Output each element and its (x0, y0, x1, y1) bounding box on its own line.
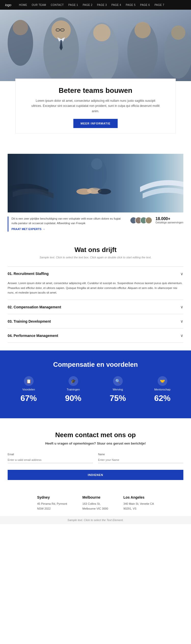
comp-icon-wrap-1: 📋 (24, 376, 34, 386)
submit-button[interactable]: INDIENEN (8, 470, 183, 480)
hero-image (0, 10, 191, 81)
chevron-down-icon-3: ∨ (180, 319, 183, 324)
comp-percent-4: 62% (141, 394, 183, 403)
voordelen-icon: 📋 (26, 379, 31, 384)
accordion-content-1: Answer. Lorem ipsum dolor sit amet, cons… (8, 281, 183, 300)
hero-illustration (0, 10, 191, 81)
nav-page4[interactable]: PAGE 4 (111, 4, 121, 6)
footer-text: Sample text. Click to select the Text El… (67, 519, 124, 522)
comp-label-1: Voordelen (8, 388, 50, 391)
accordion-title-1: 01. Recruitment Staffing (8, 272, 49, 276)
hero-text-section: Betere teams bouwen Lorem ipsum dolor si… (15, 79, 176, 133)
accordion-item-1: 01. Recruitment Staffing ∨ Answer. Lorem… (8, 267, 183, 300)
chevron-down-icon-4: ∨ (180, 333, 183, 338)
stats-count-block: 18.000+ Gelukkige aanwervingen (155, 217, 183, 224)
comp-item-voordelen: 📋 Voordelen 67% (8, 376, 50, 403)
comp-title: Compensatie en voordelen (8, 361, 183, 369)
hero-description: Lorem ipsum dolor sit amet, consectetur … (31, 98, 160, 114)
office-losangeles: Los Angeles 340 Main St, Venetie CA 9029… (124, 495, 154, 511)
office-city-sydney: Sydney (37, 495, 67, 499)
svg-point-21 (91, 158, 102, 170)
nav-page1[interactable]: PAGE 1 (68, 4, 78, 6)
stats-text-block: Dit is een zeer pijnlijke beschuldiging … (8, 217, 125, 232)
comp-icon-wrap-4: 🤝 (158, 376, 167, 386)
navigation: logo HOME OUR TEAM CONTACT PAGE 1 PAGE 2… (0, 0, 191, 10)
office-city-melbourne: Melbourne (83, 495, 108, 499)
mentorschap-icon: 🤝 (160, 379, 165, 384)
team-illustration (8, 154, 183, 212)
comp-percent-2: 90% (52, 394, 94, 403)
nav-page2[interactable]: PAGE 2 (83, 4, 92, 6)
comp-item-werving: 🔍 Werving 75% (97, 376, 139, 403)
comp-label-2: Trainingen (52, 388, 94, 391)
accordion-header-3[interactable]: 03. Training Development ∨ (8, 314, 183, 328)
accordion: 01. Recruitment Staffing ∨ Answer. Lorem… (0, 267, 191, 343)
praat-link[interactable]: PRAAT MET EXPERTS → (11, 227, 45, 232)
comp-percent-1: 67% (8, 394, 50, 403)
nav-our-team[interactable]: OUR TEAM (32, 4, 46, 6)
name-group: Name (98, 453, 183, 463)
email-group: Email (8, 453, 93, 463)
accordion-title-4: 04. Performance Management (8, 334, 58, 338)
nav-page6[interactable]: PAGE 6 (140, 4, 150, 6)
comp-icon-wrap-3: 🔍 (113, 376, 123, 386)
comp-section: Compensatie en voordelen 📋 Voordelen 67%… (0, 350, 191, 418)
chevron-down-icon: ∨ (180, 305, 183, 309)
email-field[interactable] (8, 457, 93, 463)
svg-point-13 (171, 26, 185, 40)
nav-page3[interactable]: PAGE 3 (97, 4, 107, 6)
nav-page7[interactable]: PAGE 7 (155, 4, 164, 6)
accordion-header-2[interactable]: 02. Compensation Management ∨ (8, 300, 183, 314)
accordion-item-4: 04. Performance Management ∨ (8, 328, 183, 343)
footer-bar: Sample text. Click to select the Text El… (0, 516, 191, 524)
office-sydney: Sydney 45 Pirrama Rd, Pyrmont NSW 2022 (37, 495, 67, 511)
name-label: Name (98, 453, 183, 456)
office-addr-melbourne: 163 Collins St, Melbourne VIC 3000 (83, 501, 108, 511)
comp-icon-wrap-2: 🎓 (69, 376, 78, 386)
form-row: Email Name (8, 453, 183, 463)
nav-links: HOME OUR TEAM CONTACT PAGE 1 PAGE 2 PAGE… (19, 4, 164, 6)
stats-row: Dit is een zeer pijnlijke beschuldiging … (0, 212, 191, 236)
avatar (145, 217, 152, 224)
email-label: Email (8, 453, 93, 456)
nav-page5[interactable]: PAGE 5 (126, 4, 135, 6)
accordion-title-3: 03. Training Development (8, 319, 51, 323)
stats-number: 18.000+ (155, 217, 183, 221)
comp-item-trainingen: 🎓 Trainingen 90% (52, 376, 94, 403)
svg-point-9 (93, 24, 111, 41)
comp-item-mentorschap: 🤝 Mentorschap 62% (141, 376, 183, 403)
comp-grid: 📋 Voordelen 67% 🎓 Trainingen 90% 🔍 Wervi… (8, 376, 183, 403)
comp-label-3: Werving (97, 388, 139, 391)
team-image (8, 154, 183, 212)
accordion-header-1[interactable]: 01. Recruitment Staffing ∨ (8, 267, 183, 281)
stats-label: Gelukkige aanwervingen (155, 221, 183, 224)
office-addr-la: 340 Main St, Venetie CA 90291, VS (124, 501, 154, 511)
section-drijft: Wat ons drijft Sample text. Click to sel… (0, 236, 191, 267)
chevron-up-icon: ∨ (180, 271, 183, 276)
werving-icon: 🔍 (115, 379, 120, 384)
section-drijft-subtitle: Sample text. Click to select the text bo… (8, 256, 183, 259)
logo: logo (5, 3, 11, 7)
offices: Sydney 45 Pirrama Rd, Pyrmont NSW 2022 M… (0, 488, 191, 516)
accordion-item-2: 02. Compensation Management ∨ (8, 300, 183, 314)
hero-title: Betere teams bouwen (31, 86, 160, 95)
meer-informatie-button[interactable]: MEER INFORMATIE (73, 119, 117, 128)
section-drijft-title: Wat ons drijft (8, 246, 183, 254)
contact-subtitle: Heeft u vragen of opmerkingen? Stuur ons… (8, 441, 183, 445)
trainingen-icon: 🎓 (71, 379, 76, 384)
nav-home[interactable]: HOME (19, 4, 27, 6)
contact-section: Neem contact met ons op Heeft u vragen o… (0, 418, 191, 488)
svg-point-2 (13, 20, 28, 35)
nav-contact[interactable]: CONTACT (51, 4, 64, 6)
name-field[interactable] (98, 457, 183, 463)
svg-point-4 (51, 20, 71, 40)
office-city-la: Los Angeles (124, 495, 154, 499)
contact-title: Neem contact met ons op (8, 431, 183, 439)
comp-label-4: Mentorschap (141, 388, 183, 391)
arrow-icon: → (43, 227, 45, 232)
comp-percent-3: 75% (97, 394, 139, 403)
accordion-item-3: 03. Training Development ∨ (8, 314, 183, 328)
office-melbourne: Melbourne 163 Collins St, Melbourne VIC … (83, 495, 108, 511)
accordion-header-4[interactable]: 04. Performance Management ∨ (8, 329, 183, 343)
stats-right: 18.000+ Gelukkige aanwervingen (130, 217, 183, 224)
